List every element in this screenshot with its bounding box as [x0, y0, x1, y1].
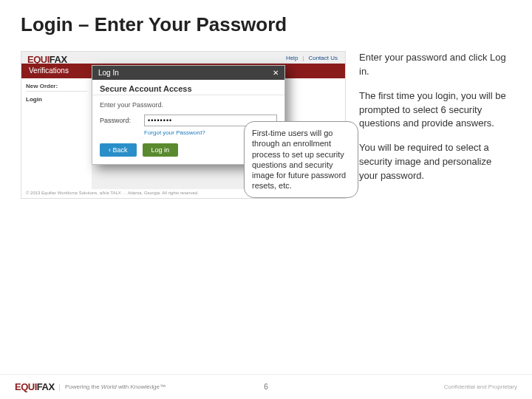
footer-separator: | — [59, 383, 61, 391]
modal-title: Log In — [98, 69, 119, 77]
tag-pre: Powering the — [65, 383, 101, 390]
password-prompt: Enter your Password. — [100, 101, 277, 109]
top-separator: | — [302, 55, 304, 61]
contact-link[interactable]: Contact Us — [308, 55, 338, 61]
instruction-p1: Enter your password and click Log in. — [359, 51, 511, 79]
tag-post: with Knowledge™ — [117, 383, 166, 390]
password-label: Password: — [100, 117, 138, 124]
login-button[interactable]: Log in — [143, 143, 179, 157]
footer-tagline: Powering the World with Knowledge™ — [65, 383, 166, 390]
modal-subtitle: Secure Account Access — [92, 80, 284, 95]
footer-logo-part-1: EQUI — [15, 381, 37, 392]
shot-top-links: Help | Contact Us — [21, 52, 345, 64]
modal-header: Log In ✕ — [92, 66, 284, 80]
help-link[interactable]: Help — [286, 55, 298, 61]
tag-em: World — [101, 383, 117, 390]
instruction-column: Enter your password and click Log in. Th… — [359, 51, 511, 199]
slide-title: Login – Enter Your Password — [21, 13, 511, 36]
new-order-label: New Order: — [26, 83, 87, 92]
footer-logo-block: EQUIFAX | Powering the World with Knowle… — [15, 381, 166, 392]
slide-footer: EQUIFAX | Powering the World with Knowle… — [0, 374, 532, 399]
callout-bubble: First-time users will go through an enro… — [244, 121, 358, 198]
close-icon[interactable]: ✕ — [273, 69, 279, 77]
back-button[interactable]: Back — [100, 143, 137, 157]
page-number: 6 — [264, 383, 268, 391]
instruction-p3: You will be required to select a securit… — [359, 141, 511, 183]
sidebar-stub: New Order: Login — [21, 78, 92, 189]
footer-logo: EQUIFAX — [15, 381, 55, 392]
footer-logo-part-2: FAX — [37, 381, 55, 392]
instruction-p2: The first time you login, you will be pr… — [359, 89, 511, 132]
login-side-label: Login — [26, 96, 87, 103]
screenshot-column: Help | Contact Us EQUIFAX Verifications … — [21, 51, 346, 199]
confidential-label: Confidential and Proprietary — [444, 383, 517, 390]
